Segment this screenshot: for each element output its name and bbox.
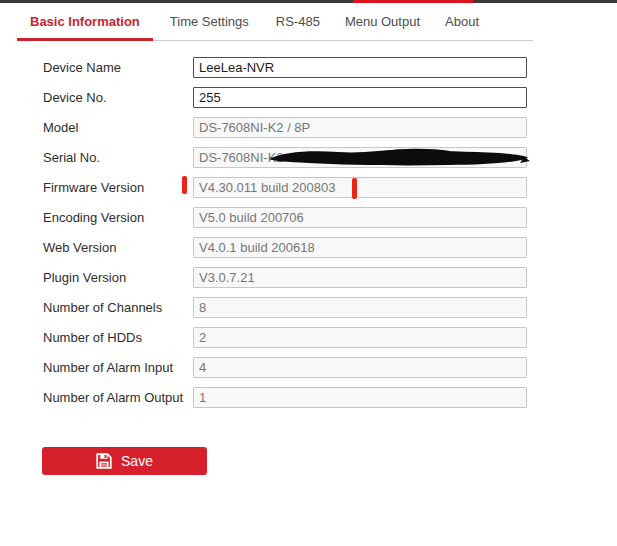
form-row-plugin-version: Plugin Version xyxy=(0,267,617,289)
annotation-mark-right xyxy=(352,178,357,199)
annotation-mark-left xyxy=(182,176,187,194)
num-alarm-input-field xyxy=(193,357,527,378)
model-label: Model xyxy=(43,117,78,138)
num-alarm-input-label: Number of Alarm Input xyxy=(43,357,173,378)
num-hdds-label: Number of HDDs xyxy=(43,327,142,348)
form-row-num-hdds: Number of HDDs xyxy=(0,327,617,349)
num-channels-label: Number of Channels xyxy=(43,297,162,318)
device-name-input[interactable] xyxy=(193,57,527,78)
web-version-label: Web Version xyxy=(43,237,116,258)
firmware-version-field xyxy=(193,177,527,198)
floppy-disk-icon xyxy=(96,453,112,469)
num-alarm-output-label: Number of Alarm Output xyxy=(43,387,183,408)
form-row-num-alarm-input: Number of Alarm Input xyxy=(0,357,617,379)
firmware-version-label: Firmware Version xyxy=(43,177,144,198)
form-row-encoding-version: Encoding Version xyxy=(0,207,617,229)
form-row-web-version: Web Version xyxy=(0,237,617,259)
form-row-serial-no: Serial No. xyxy=(0,147,617,169)
save-button-label: Save xyxy=(121,453,153,469)
save-button[interactable]: Save xyxy=(42,447,207,475)
form-row-device-name: Device Name xyxy=(0,57,617,79)
form-row-num-channels: Number of Channels xyxy=(0,297,617,319)
device-name-label: Device Name xyxy=(43,57,121,78)
web-version-field xyxy=(193,237,527,258)
encoding-version-field xyxy=(193,207,527,228)
form-row-firmware-version: Firmware Version xyxy=(0,177,617,199)
model-field xyxy=(193,117,527,138)
form-row-device-no: Device No. xyxy=(0,87,617,109)
basic-information-page: Basic Information Time Settings RS-485 M… xyxy=(0,0,617,546)
plugin-version-label: Plugin Version xyxy=(43,267,126,288)
num-channels-field xyxy=(193,297,527,318)
encoding-version-label: Encoding Version xyxy=(43,207,144,228)
num-alarm-output-field xyxy=(193,387,527,408)
plugin-version-field xyxy=(193,267,527,288)
form-row-num-alarm-output: Number of Alarm Output xyxy=(0,387,617,409)
form-row-model: Model xyxy=(0,117,617,139)
num-hdds-field xyxy=(193,327,527,348)
serial-no-label: Serial No. xyxy=(43,147,100,168)
redaction-scribble xyxy=(250,147,530,168)
device-no-label: Device No. xyxy=(43,87,107,108)
device-no-input[interactable] xyxy=(193,87,527,108)
basic-information-form: Device Name Device No. Model Serial No. … xyxy=(0,0,617,546)
